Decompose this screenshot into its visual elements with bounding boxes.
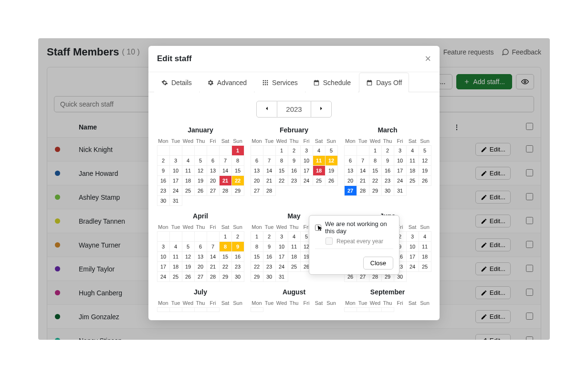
calendar-day[interactable]: 7 — [207, 241, 220, 252]
calendar-day[interactable]: 23 — [157, 185, 170, 196]
calendar-day[interactable]: 26 — [182, 271, 195, 282]
calendar-day[interactable]: 13 — [207, 165, 220, 176]
calendar-day[interactable]: 18 — [406, 165, 419, 176]
calendar-day[interactable]: 25 — [182, 185, 195, 196]
calendar-day[interactable]: 17 — [275, 251, 288, 262]
calendar-day[interactable]: 3 — [406, 231, 419, 242]
calendar-day[interactable]: 1 — [219, 231, 232, 242]
calendar-day[interactable]: 2 — [231, 231, 244, 242]
calendar-day[interactable]: 21 — [207, 261, 220, 272]
calendar-day[interactable]: 16 — [157, 175, 170, 186]
calendar-day[interactable]: 18 — [313, 165, 326, 176]
calendar-day[interactable]: 28 — [263, 185, 276, 196]
calendar-day[interactable]: 26 — [194, 185, 207, 196]
calendar-day[interactable]: 11 — [313, 155, 326, 166]
calendar-day[interactable]: 20 — [251, 175, 263, 186]
calendar-day[interactable]: 21 — [357, 175, 369, 186]
calendar-day[interactable]: 13 — [344, 165, 357, 176]
calendar-day[interactable]: 10 — [300, 155, 313, 166]
calendar-day[interactable]: 24 — [300, 175, 313, 186]
popover-close-button[interactable]: Close — [363, 257, 393, 270]
calendar-day[interactable]: 15 — [275, 165, 288, 176]
calendar-day[interactable]: 21 — [263, 175, 276, 186]
calendar-day[interactable]: 6 — [344, 155, 357, 166]
calendar-day[interactable]: 26 — [325, 175, 338, 186]
calendar-day[interactable]: 22 — [231, 175, 244, 186]
calendar-day[interactable]: 2 — [263, 231, 276, 242]
modal-close-button[interactable]: × — [425, 53, 431, 65]
calendar-day[interactable]: 22 — [369, 175, 382, 186]
calendar-day[interactable]: 20 — [207, 175, 220, 186]
calendar-day[interactable]: 5 — [194, 155, 207, 166]
calendar-day[interactable]: 10 — [406, 241, 419, 252]
calendar-day[interactable]: 6 — [194, 241, 207, 252]
calendar-day[interactable]: 10 — [157, 251, 170, 262]
calendar-day[interactable]: 22 — [219, 261, 232, 272]
calendar-day[interactable]: 8 — [275, 155, 288, 166]
year-prev-button[interactable] — [256, 101, 277, 118]
calendar-day[interactable]: 15 — [369, 165, 382, 176]
calendar-day[interactable]: 23 — [263, 261, 276, 272]
calendar-day[interactable]: 24 — [394, 175, 407, 186]
calendar-day[interactable]: 19 — [182, 261, 195, 272]
calendar-day[interactable]: 12 — [194, 165, 207, 176]
calendar-day[interactable]: 5 — [419, 145, 431, 156]
calendar-day[interactable]: 4 — [182, 155, 195, 166]
calendar-day[interactable]: 1 — [251, 231, 263, 242]
calendar-day[interactable]: 14 — [219, 165, 232, 176]
calendar-day[interactable]: 4 — [313, 145, 326, 156]
calendar-day[interactable]: 14 — [207, 251, 220, 262]
calendar-day[interactable]: 15 — [219, 251, 232, 262]
calendar-day[interactable]: 2 — [288, 145, 301, 156]
calendar-day[interactable]: 29 — [251, 271, 263, 282]
tab-details[interactable]: Details — [154, 73, 199, 92]
calendar-day[interactable]: 17 — [394, 165, 407, 176]
calendar-day[interactable]: 29 — [219, 271, 232, 282]
calendar-day[interactable]: 16 — [288, 165, 301, 176]
calendar-day[interactable]: 16 — [231, 251, 244, 262]
calendar-day[interactable]: 27 — [194, 271, 207, 282]
calendar-day[interactable]: 5 — [182, 241, 195, 252]
calendar-day[interactable]: 4 — [288, 231, 301, 242]
calendar-day[interactable]: 29 — [369, 185, 382, 196]
calendar-day[interactable]: 3 — [157, 241, 170, 252]
calendar-day[interactable]: 13 — [194, 251, 207, 262]
calendar-day[interactable]: 11 — [169, 251, 182, 262]
calendar-day[interactable]: 17 — [300, 165, 313, 176]
calendar-day[interactable]: 21 — [219, 175, 232, 186]
year-next-button[interactable] — [311, 101, 332, 118]
calendar-day[interactable]: 28 — [207, 271, 220, 282]
calendar-day[interactable]: 24 — [157, 271, 170, 282]
calendar-day[interactable]: 6 — [251, 155, 263, 166]
calendar-day[interactable]: 19 — [194, 175, 207, 186]
calendar-day[interactable]: 18 — [419, 251, 431, 262]
calendar-day[interactable]: 11 — [419, 241, 431, 252]
calendar-day[interactable]: 7 — [263, 155, 276, 166]
calendar-day[interactable]: 14 — [263, 165, 276, 176]
calendar-day[interactable]: 1 — [369, 145, 382, 156]
calendar-day[interactable]: 9 — [263, 241, 276, 252]
calendar-day[interactable]: 18 — [182, 175, 195, 186]
calendar-day[interactable]: 18 — [288, 251, 301, 262]
calendar-day[interactable]: 16 — [263, 251, 276, 262]
calendar-day[interactable]: 23 — [231, 261, 244, 272]
calendar-day[interactable]: 24 — [169, 185, 182, 196]
calendar-day[interactable]: 31 — [394, 185, 407, 196]
calendar-day[interactable]: 24 — [406, 261, 419, 272]
calendar-day[interactable]: 12 — [325, 155, 338, 166]
calendar-day[interactable]: 25 — [406, 175, 419, 186]
calendar-day[interactable]: 12 — [419, 155, 431, 166]
calendar-day[interactable]: 9 — [231, 241, 244, 252]
calendar-day[interactable]: 5 — [325, 145, 338, 156]
calendar-day[interactable]: 30 — [157, 195, 170, 206]
calendar-day[interactable]: 17 — [157, 261, 170, 272]
calendar-day[interactable]: 10 — [169, 165, 182, 176]
calendar-day[interactable]: 20 — [194, 261, 207, 272]
calendar-day[interactable]: 25 — [419, 261, 431, 272]
calendar-day[interactable]: 4 — [406, 145, 419, 156]
calendar-day[interactable]: 31 — [275, 271, 288, 282]
calendar-day[interactable]: 8 — [369, 155, 382, 166]
calendar-day[interactable]: 15 — [251, 251, 263, 262]
calendar-day[interactable]: 4 — [419, 231, 431, 242]
calendar-day[interactable]: 19 — [325, 165, 338, 176]
